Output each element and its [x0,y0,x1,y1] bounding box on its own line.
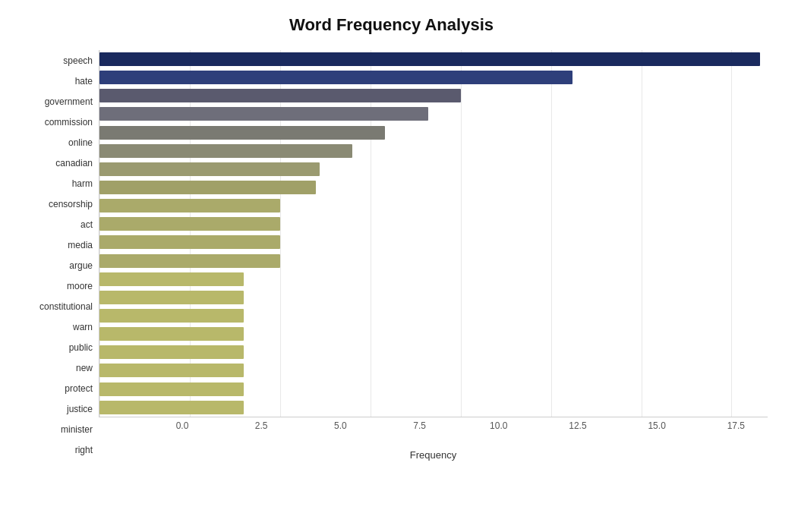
grid-line [461,50,462,417]
bar-row [99,180,768,195]
bar [99,235,280,249]
y-label: government [45,94,93,109]
bar-row [99,400,768,415]
bar [99,291,244,304]
y-label: harm [72,176,93,191]
x-tick-label: 10.0 [490,420,507,431]
y-axis-labels: speechhategovernmentcommissiononlinecana… [15,50,99,461]
y-label: moore [67,279,93,294]
y-label: new [76,360,93,376]
y-label: online [68,135,93,150]
y-label: justice [67,401,93,417]
bar [99,272,244,286]
y-label: constitutional [39,299,93,314]
grid-line [642,50,642,417]
y-label: protect [65,381,93,396]
bar [99,126,385,140]
bar-row [99,106,768,121]
y-label: warn [73,320,93,335]
bar-row [99,253,768,269]
bars-area [99,50,768,417]
bar-row [99,382,768,397]
grid-line [99,50,100,417]
bar [99,199,280,212]
grid-lines [99,50,768,417]
bar [99,345,244,359]
x-tick-label: 12.5 [569,420,586,431]
bar-row [99,198,768,213]
bar [99,162,320,176]
chart-title: Word Frequency Analysis [15,15,768,35]
y-label: argue [69,258,93,273]
bar-row [99,272,768,287]
x-tick-label: 15.0 [648,420,665,431]
bar [99,89,461,102]
x-axis-title: Frequency [99,449,768,461]
bar [99,71,572,84]
bar-row [99,125,768,140]
y-label: commission [45,115,93,130]
grid-line [280,50,281,417]
x-tick-label: 5.0 [334,420,347,431]
bar [99,181,316,194]
y-label: hate [75,74,93,89]
bar [99,52,760,66]
y-label: right [75,442,93,458]
bar [99,217,280,231]
bar [99,144,352,158]
bar-row [99,363,768,378]
x-tick-label: 7.5 [413,420,426,431]
grid-line [371,50,371,417]
bar [99,254,280,268]
bar-row [99,326,768,342]
bar [99,309,244,323]
grid-line [551,50,552,417]
bar [99,364,244,377]
y-label: censorship [49,197,93,212]
bar-row [99,290,768,305]
bar-row [99,52,768,67]
bar-row [99,308,768,323]
y-label: act [80,217,93,232]
x-tick-label: 2.5 [255,420,268,431]
bar-row [99,216,768,231]
y-label: minister [61,422,93,437]
y-label: public [69,340,93,355]
chart-container: Word Frequency Analysis speechhategovern… [0,0,798,532]
y-label: media [68,238,93,253]
bar [99,107,428,121]
bar-row [99,162,768,177]
x-tick-label: 17.5 [727,420,745,431]
chart-area: speechhategovernmentcommissiononlinecana… [15,50,768,461]
grid-line [731,50,732,417]
bar-row [99,345,768,360]
y-label: speech [63,53,93,68]
bar-row [99,70,768,85]
bar-row [99,235,768,250]
bar [99,401,244,414]
bar [99,382,244,396]
x-axis-labels: 0.02.55.07.510.012.515.017.5 [182,420,768,436]
x-tick-label: 0.0 [176,420,189,431]
y-label: canadian [55,156,93,171]
bar-row [99,88,768,103]
bar-row [99,143,768,159]
grid-line [190,50,191,417]
bar [99,327,244,341]
